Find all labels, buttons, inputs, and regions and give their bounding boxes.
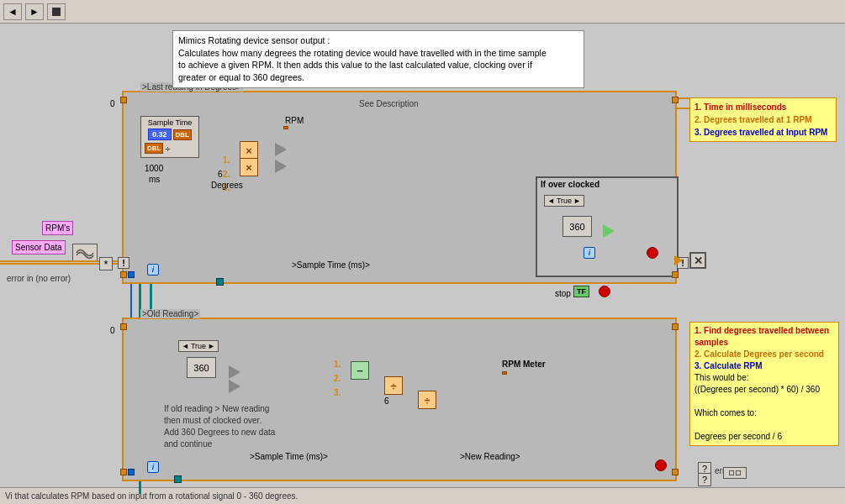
terminal-blue-bottom	[128, 271, 135, 278]
tf-block[interactable]: TF	[573, 286, 589, 297]
multiply-1: ×	[240, 141, 258, 160]
bottom-panel-label: >Old Reading>	[140, 309, 200, 318]
rpm-meter-label: RPM Meter	[502, 360, 546, 369]
star-node: *	[99, 257, 113, 270]
info-bot-main[interactable]: i	[147, 461, 159, 473]
degrees-value-bot: 6	[384, 396, 389, 406]
exclaim-left: !	[118, 257, 129, 269]
stop-button[interactable]	[47, 3, 66, 20]
status-bar: Vi that calculates RPM based on input fr…	[0, 487, 845, 504]
num3-bot: 3.	[334, 388, 341, 397]
buffer-1	[275, 143, 287, 156]
sensor-data-label: Sensor Data	[12, 240, 66, 255]
arrow-right-conn-top	[674, 255, 683, 265]
description-text: Mimics Rotating device sensor output :Ca…	[178, 35, 547, 82]
360-block-top: 360	[562, 216, 592, 237]
num2-bot: 2.	[334, 374, 341, 383]
error-in-label: error in (no error)	[7, 274, 71, 283]
sample-val-box[interactable]: 0.32	[148, 129, 172, 140]
degrees-value-top: 6	[218, 170, 223, 179]
sample-time-label: Sample Time	[141, 117, 198, 127]
terminal-top-right	[672, 97, 679, 103]
num1-top: 1.	[223, 155, 230, 165]
sensor-coil-icon	[72, 244, 98, 262]
buffer-2	[275, 160, 287, 173]
note-top-line3: 3. Degrees travelled at Input RPM	[694, 126, 832, 139]
note-top-line1: 1. Time in milliseconds	[694, 101, 832, 113]
see-description-label: See Description	[359, 99, 419, 108]
zero-left-top: 0	[110, 99, 115, 108]
multiply-2: ×	[240, 158, 258, 176]
dbl-rpm-bot	[502, 371, 507, 375]
note-bottom-line2: 2. Calculate Degrees per second	[694, 349, 834, 360]
old-reading-note: If old reading > New readingthen must of…	[164, 403, 315, 450]
true-selector-top[interactable]: ◄ ◄ True ► True ►	[544, 195, 584, 207]
dbl-rpm	[283, 126, 288, 129]
buffer-bot-1	[229, 365, 240, 379]
360-block-bottom: 360	[187, 357, 216, 378]
degrees-label-top: Degrees	[211, 181, 243, 190]
info-top[interactable]: i	[584, 247, 595, 259]
buffer-bot-2	[229, 380, 240, 393]
svg-rect-0	[52, 8, 61, 16]
stop-circle-bot[interactable]	[655, 459, 667, 471]
terminal-bottom-right	[672, 271, 679, 278]
stop-label-right: stop	[555, 289, 571, 298]
note-bottom-line3: 3. Calculate RPM	[694, 360, 834, 372]
terminal-teal-bottom	[216, 278, 224, 286]
if-over-clocked-panel: If over clocked ◄ ◄ True ► True ► 360 i	[536, 176, 679, 277]
ms-label: ms	[149, 175, 160, 184]
bottom-panel: >Old Reading> 0 ◄ True ► 360 If old read…	[122, 318, 677, 481]
dbl-top: DBL	[173, 129, 192, 140]
note-bottom-line1: 1. Find degrees travelled between sample…	[694, 325, 834, 349]
note-bottom-right: 1. Find degrees travelled between sample…	[689, 322, 839, 446]
terminal-bot-br	[672, 469, 679, 475]
terminal-bot-bl	[120, 469, 127, 475]
note-top-right: 1. Time in milliseconds 2. Degrees trave…	[689, 97, 837, 142]
diagram-area: Mimics Rotating device sensor output :Ca…	[0, 24, 845, 504]
dbl-bottom: DBL	[145, 143, 163, 154]
divide-bot-2: ÷	[418, 391, 436, 409]
subtract-bot: −	[351, 361, 369, 380]
if-over-clocked-label: If over clocked	[541, 180, 599, 189]
divide-bot: ÷	[384, 376, 403, 395]
terminal-blue-bot	[128, 469, 135, 475]
back-button[interactable]: ◄	[3, 3, 22, 20]
terminal-top-left	[120, 97, 127, 103]
rpm-label-top: RPM	[285, 116, 304, 125]
info-top-main[interactable]: i	[147, 264, 159, 276]
terminal-bottom-left	[120, 271, 127, 278]
sample-time-ms-top: >Sample Time (ms)>	[292, 260, 370, 270]
terminal-bot-tr	[672, 323, 679, 330]
num2-top: 2.	[223, 170, 230, 179]
sample-time-block: Sample Time 0.32 DBL DBL ÷	[140, 116, 199, 158]
main-stop-circle[interactable]	[599, 286, 610, 297]
description-box: Mimics Rotating device sensor output :Ca…	[172, 30, 584, 88]
error-out-conn	[723, 467, 747, 479]
question-box-2: ?	[698, 473, 711, 486]
note-top-line2: 2. Degrees travelled at 1 RPM	[694, 113, 832, 126]
status-text: Vi that calculates RPM based on input fr…	[5, 491, 298, 501]
toolbar: ◄ ►	[0, 0, 845, 24]
sample-time-ms-bot: >Sample Time (ms)>	[250, 452, 328, 461]
zero-left-bottom: 0	[110, 326, 115, 335]
x-close-box[interactable]: ✕	[689, 252, 706, 269]
ms-value: 1000	[145, 164, 163, 173]
new-reading-label: >New Reading>	[460, 452, 520, 461]
forward-button[interactable]: ►	[25, 3, 44, 20]
num1-bot: 1.	[334, 360, 341, 369]
stop-circle-top[interactable]	[647, 247, 658, 259]
true-selector-bottom[interactable]: ◄ True ►	[178, 340, 219, 352]
top-panel: >Last reading in Degrees> See Descriptio…	[122, 91, 677, 284]
terminal-bot-tl	[120, 323, 127, 330]
terminal-teal-bot	[174, 475, 182, 483]
rpms-label: RPM's	[42, 221, 73, 235]
compare-top	[603, 224, 615, 238]
